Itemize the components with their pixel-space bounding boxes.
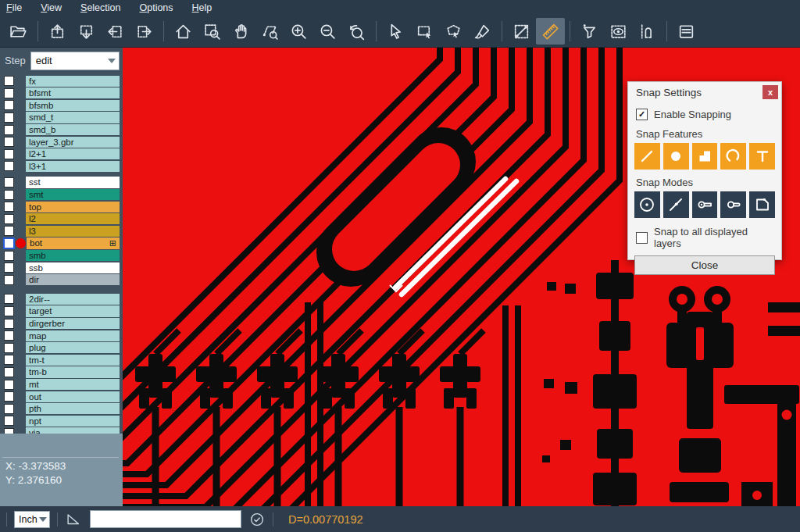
layer-row-pth[interactable]: pth (0, 402, 123, 415)
unit-dropdown[interactable]: Inch (14, 511, 50, 528)
layer-row-layer_3.gbr[interactable]: layer_3.gbr (0, 136, 123, 148)
layer-visibility-checkbox[interactable] (4, 355, 14, 365)
layer-row-tm-t[interactable]: tm-t (0, 354, 123, 366)
layer-row-l2[interactable]: l2 (0, 213, 123, 226)
select-pointer-button[interactable] (381, 18, 410, 45)
layer-row-tm-b[interactable]: tm-b (0, 366, 123, 379)
layer-visibility-checkbox[interactable] (4, 380, 14, 390)
snap-status-icon[interactable] (248, 511, 266, 528)
layer-visibility-checkbox[interactable] (4, 251, 14, 261)
layer-row-dir[interactable]: dir (0, 274, 123, 287)
layer-visibility-checkbox[interactable] (4, 76, 14, 86)
layer-row-fx[interactable]: fx (0, 75, 123, 87)
layer-visibility-checkbox[interactable] (4, 161, 14, 171)
snap-magnet-button[interactable] (633, 18, 662, 45)
layer-row-ssb[interactable]: ssb (0, 262, 123, 274)
layer-row-smb[interactable]: smb (0, 249, 123, 262)
menu-file[interactable]: File (6, 2, 22, 13)
layer-visibility-checkbox[interactable] (4, 100, 14, 110)
home-view-button[interactable] (169, 18, 198, 45)
layer-row-bfsmb[interactable]: bfsmb (0, 99, 123, 112)
zoom-window-button[interactable] (198, 18, 227, 45)
menu-selection[interactable]: Selection (80, 2, 120, 13)
layer-visibility-checkbox[interactable] (4, 319, 14, 329)
layer-row-smt[interactable]: smt (0, 188, 123, 201)
layer-row-l3+1[interactable]: l3+1 (0, 160, 123, 173)
layer-visibility-checkbox[interactable] (4, 149, 14, 159)
layer-visibility-checkbox[interactable] (4, 416, 14, 426)
highlight-brush-button[interactable] (468, 18, 497, 45)
view-options-button[interactable] (604, 18, 633, 45)
layer-row-smd_b[interactable]: smd_b (0, 123, 123, 136)
angle-measure-icon[interactable] (65, 511, 82, 528)
menu-help[interactable]: Help (192, 2, 212, 13)
close-button[interactable]: Close (634, 255, 775, 275)
layer-row-l2+1[interactable]: l2+1 (0, 148, 123, 161)
scroll-up-button[interactable] (43, 18, 72, 45)
snap-mode-pad-entry-button[interactable] (692, 191, 718, 218)
snap-mode-closest-point-button[interactable] (663, 191, 689, 218)
step-dropdown[interactable]: edit (30, 52, 120, 70)
layer-row-dirgerber[interactable]: dirgerber (0, 317, 123, 330)
snap-mode-center-button[interactable] (634, 191, 660, 218)
layer-row-target[interactable]: target (0, 305, 123, 318)
measure-input[interactable] (90, 510, 241, 528)
layer-visibility-checkbox[interactable] (4, 294, 14, 304)
layer-form-button[interactable] (672, 18, 701, 45)
measure-ruler-button[interactable] (536, 18, 565, 45)
select-polygon-button[interactable] (439, 18, 468, 45)
layer-row-l3[interactable]: l3 (0, 225, 123, 237)
snap-feature-surface-button[interactable] (692, 143, 718, 170)
pcb-canvas[interactable]: Snap Settings x ✓ Enable Snapping Snap F… (123, 48, 800, 506)
snap-mode-pad-exit-button[interactable] (720, 191, 746, 218)
layer-row-smd_t[interactable]: smd_t (0, 112, 123, 124)
layer-row-bfsmt[interactable]: bfsmt (0, 87, 123, 100)
layer-row-2dir--[interactable]: 2dir-- (0, 293, 123, 305)
layer-row-top[interactable]: top (0, 201, 123, 213)
layer-visibility-checkbox[interactable] (4, 112, 14, 123)
snap-feature-arc-button[interactable] (720, 143, 746, 170)
layer-visibility-checkbox[interactable] (4, 214, 14, 224)
layer-visibility-checkbox[interactable] (4, 367, 14, 377)
zoom-previous-button[interactable] (342, 18, 371, 45)
snap-mode-corner-button[interactable] (749, 191, 775, 218)
dialog-close-button[interactable]: x (762, 85, 778, 99)
layer-visibility-checkbox[interactable] (4, 177, 14, 187)
layer-visibility-checkbox[interactable] (4, 262, 14, 273)
measure-line-button[interactable] (507, 18, 536, 45)
enable-snapping-checkbox[interactable]: ✓ (636, 109, 648, 120)
layer-row-out[interactable]: out (0, 391, 123, 403)
menu-view[interactable]: View (41, 2, 62, 13)
snap-feature-line-button[interactable] (634, 143, 660, 170)
layer-row-plug[interactable]: plug (0, 341, 123, 354)
snap-feature-pad-button[interactable] (663, 143, 689, 170)
pan-hand-button[interactable] (227, 18, 255, 45)
layer-row-bot[interactable]: bot⊞ (0, 237, 123, 250)
layer-visibility-checkbox[interactable] (4, 226, 14, 236)
open-file-button[interactable] (4, 18, 33, 45)
layer-row-map[interactable]: map (0, 330, 123, 342)
zoom-out-button[interactable] (313, 18, 342, 45)
layer-visibility-checkbox[interactable] (4, 137, 14, 147)
menu-options[interactable]: Options (139, 2, 173, 13)
layer-visibility-checkbox[interactable] (4, 306, 14, 316)
layer-visibility-checkbox[interactable] (4, 391, 14, 402)
scroll-left-button[interactable] (101, 18, 130, 45)
select-rectangle-button[interactable] (410, 18, 439, 45)
zoom-in-button[interactable] (284, 18, 313, 45)
zoom-selection-button[interactable] (255, 18, 284, 45)
scroll-right-button[interactable] (130, 18, 159, 45)
all-layers-checkbox[interactable] (636, 232, 648, 244)
snap-feature-text-button[interactable] (749, 143, 775, 170)
layer-row-sst[interactable]: sst (0, 177, 123, 189)
layer-visibility-checkbox[interactable] (4, 202, 14, 212)
layer-visibility-checkbox[interactable] (4, 343, 14, 353)
layer-visibility-checkbox[interactable] (4, 125, 14, 135)
layer-visibility-checkbox[interactable] (4, 404, 14, 414)
layer-visibility-checkbox[interactable] (4, 275, 14, 285)
scroll-down-button[interactable] (72, 18, 101, 45)
layer-visibility-checkbox[interactable] (4, 330, 14, 341)
dialog-title-bar[interactable]: Snap Settings x (628, 82, 781, 102)
layer-row-npt[interactable]: npt (0, 415, 123, 427)
layer-row-mt[interactable]: mt (0, 378, 123, 391)
